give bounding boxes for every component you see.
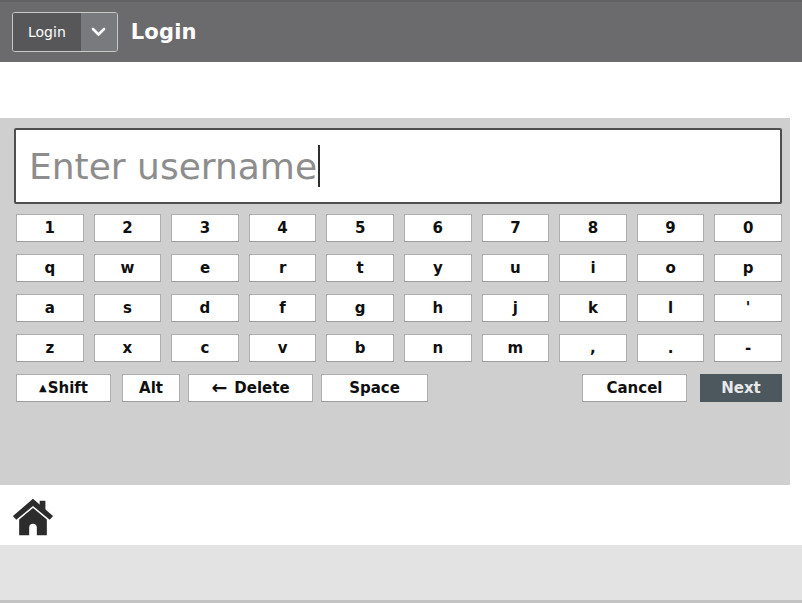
key-,[interactable]: ,: [559, 334, 627, 362]
key-e[interactable]: e: [171, 254, 239, 282]
key--[interactable]: -: [714, 334, 782, 362]
key-k[interactable]: k: [559, 294, 627, 322]
key-.[interactable]: .: [637, 334, 705, 362]
key-g[interactable]: g: [326, 294, 394, 322]
key-2[interactable]: 2: [94, 214, 162, 242]
dropdown-selected-value: Login: [13, 13, 81, 51]
keyboard-row: qwertyuiop: [16, 254, 782, 282]
key-0[interactable]: 0: [714, 214, 782, 242]
next-button-label: Next: [721, 379, 761, 397]
key-4[interactable]: 4: [249, 214, 317, 242]
keyboard-rows: 1234567890qwertyuiopasdfghjkl'zxcvbnm,.-: [16, 214, 782, 374]
key-s[interactable]: s: [94, 294, 162, 322]
key-y[interactable]: y: [404, 254, 472, 282]
key-p[interactable]: p: [714, 254, 782, 282]
shift-key[interactable]: ▲ Shift: [16, 374, 111, 402]
text-caret: [318, 145, 320, 187]
key-j[interactable]: j: [482, 294, 550, 322]
key-v[interactable]: v: [249, 334, 317, 362]
home-button[interactable]: [12, 496, 54, 538]
alt-key[interactable]: Alt: [122, 374, 180, 402]
key-f[interactable]: f: [249, 294, 317, 322]
key-t[interactable]: t: [326, 254, 394, 282]
key-i[interactable]: i: [559, 254, 627, 282]
key-u[interactable]: u: [482, 254, 550, 282]
key-z[interactable]: z: [16, 334, 84, 362]
top-bar: Login Login: [0, 0, 802, 62]
key-w[interactable]: w: [94, 254, 162, 282]
space-key[interactable]: Space: [321, 374, 428, 402]
delete-key[interactable]: ← Delete: [188, 374, 313, 402]
home-icon: [12, 523, 54, 542]
space-key-label: Space: [349, 379, 400, 397]
cancel-button-label: Cancel: [606, 379, 662, 397]
key-5[interactable]: 5: [326, 214, 394, 242]
login-screen: Login Login Enter username 1234567890qwe…: [0, 0, 802, 603]
username-input[interactable]: Enter username: [14, 128, 782, 204]
alt-key-label: Alt: [139, 379, 163, 397]
key-q[interactable]: q: [16, 254, 84, 282]
key-a[interactable]: a: [16, 294, 84, 322]
key-d[interactable]: d: [171, 294, 239, 322]
key-h[interactable]: h: [404, 294, 472, 322]
key-c[interactable]: c: [171, 334, 239, 362]
keyboard-panel: Enter username 1234567890qwertyuiopasdfg…: [0, 118, 790, 485]
cancel-button[interactable]: Cancel: [582, 374, 687, 402]
key-o[interactable]: o: [637, 254, 705, 282]
bottom-status-strip: [0, 545, 802, 603]
key-6[interactable]: 6: [404, 214, 472, 242]
backspace-arrow-icon: ←: [211, 376, 227, 398]
key-b[interactable]: b: [326, 334, 394, 362]
keyboard-row: 1234567890: [16, 214, 782, 242]
key-3[interactable]: 3: [171, 214, 239, 242]
key-8[interactable]: 8: [559, 214, 627, 242]
key-l[interactable]: l: [637, 294, 705, 322]
delete-key-label: Delete: [234, 379, 289, 397]
key-9[interactable]: 9: [637, 214, 705, 242]
key-1[interactable]: 1: [16, 214, 84, 242]
page-title: Login: [131, 20, 197, 44]
key-7[interactable]: 7: [482, 214, 550, 242]
key-r[interactable]: r: [249, 254, 317, 282]
keyboard-row: asdfghjkl': [16, 294, 782, 322]
keyboard-row: zxcvbnm,.-: [16, 334, 782, 362]
username-placeholder: Enter username: [29, 146, 317, 187]
key-x[interactable]: x: [94, 334, 162, 362]
keyboard-modifier-row: ▲ Shift Alt ← Delete Space Cancel Next: [0, 374, 790, 402]
shift-up-icon: ▲: [39, 382, 47, 393]
chevron-down-icon[interactable]: [81, 13, 117, 51]
next-button[interactable]: Next: [700, 374, 782, 402]
login-method-dropdown[interactable]: Login: [12, 12, 118, 52]
key-m[interactable]: m: [482, 334, 550, 362]
shift-key-label: Shift: [48, 379, 88, 397]
key-n[interactable]: n: [404, 334, 472, 362]
key-'[interactable]: ': [714, 294, 782, 322]
